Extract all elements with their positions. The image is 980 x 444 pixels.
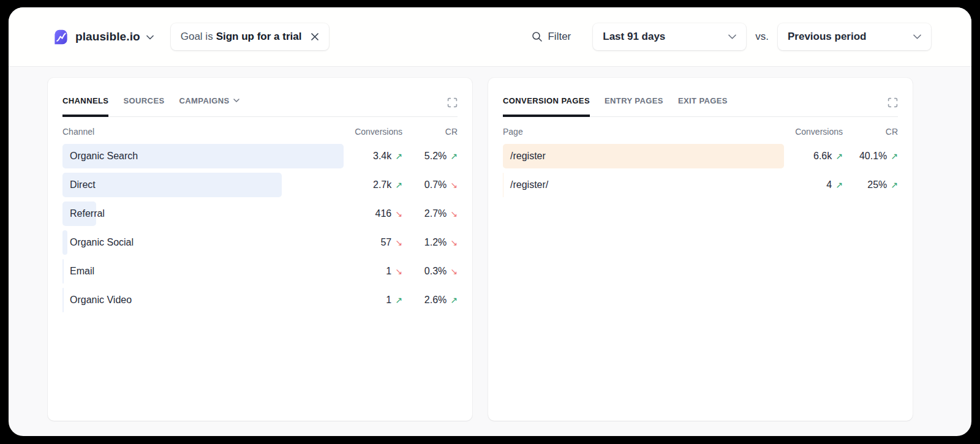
chevron-down-icon [728, 34, 736, 39]
site-picker[interactable]: plausible.io [53, 29, 154, 45]
row-cr: 0.3% [402, 266, 458, 277]
trend-arrow [395, 179, 402, 190]
trend-arrow [835, 151, 843, 162]
table-row[interactable]: Referral 416 2.7% [62, 201, 458, 226]
row-name: Referral [62, 201, 344, 226]
conversion-pages-panel: CONVERSION PAGES ENTRY PAGES EXIT PAGES … [488, 78, 913, 421]
row-name-cell: Email [62, 259, 344, 284]
row-cr: 2.7% [402, 208, 458, 219]
plausible-logo-icon [53, 29, 69, 45]
expand-icon[interactable] [888, 96, 898, 110]
goal-filter-value: Sign up for a trial [216, 31, 302, 43]
table-row[interactable]: /register 6.6k 40.1% [503, 144, 898, 168]
row-conversions: 6.6k [784, 151, 843, 162]
row-name: Organic Video [62, 288, 344, 312]
trend-arrow [395, 237, 402, 248]
row-cr: 1.2% [402, 237, 458, 248]
column-header-channel: Channel [62, 127, 344, 137]
row-name: Email [62, 259, 344, 284]
column-header-cr: CR [402, 127, 458, 137]
row-name: /register [503, 144, 784, 168]
row-conversions: 4 [784, 179, 843, 190]
topbar: plausible.io Goal is Sign up for a trial… [9, 7, 971, 67]
row-name-cell: Direct [62, 173, 344, 197]
trend-arrow [835, 179, 843, 190]
row-cr: 5.2% [402, 151, 458, 162]
vs-label: vs. [755, 31, 769, 43]
tab-exit-pages[interactable]: EXIT PAGES [678, 96, 728, 115]
tab-entry-pages[interactable]: ENTRY PAGES [605, 96, 663, 115]
channels-panel: CHANNELS SOURCES CAMPAIGNS Channel [48, 78, 472, 421]
row-name-cell: Referral [62, 201, 344, 226]
column-header-conversions: Conversions [784, 127, 843, 137]
comparison-select[interactable]: Previous period [778, 23, 931, 50]
channels-table: Organic Search 3.4k 5.2% Direct 2.7k 0.7… [62, 144, 458, 312]
row-conversions: 2.7k [344, 179, 402, 190]
row-conversions: 3.4k [344, 151, 402, 162]
row-name-cell: /register [503, 144, 784, 168]
trend-arrow [395, 266, 402, 277]
table-row[interactable]: Email 1 0.3% [62, 259, 458, 284]
table-row[interactable]: Organic Social 57 1.2% [62, 230, 458, 255]
trend-arrow [450, 295, 458, 306]
row-name-cell: Organic Video [62, 288, 344, 312]
row-name: /register/ [503, 173, 784, 197]
row-conversions: 1 [344, 295, 402, 306]
comparison-value: Previous period [788, 31, 866, 43]
row-cr: 0.7% [402, 179, 458, 190]
search-icon [532, 31, 543, 42]
row-cr: 2.6% [402, 295, 458, 306]
expand-icon[interactable] [447, 96, 458, 110]
site-name: plausible.io [75, 30, 140, 43]
row-name-cell: Organic Social [62, 230, 344, 255]
trend-arrow [450, 208, 458, 219]
tab-conversion-pages[interactable]: CONVERSION PAGES [503, 96, 590, 117]
chevron-down-icon [146, 31, 154, 42]
goal-filter-prefix: Goal is [181, 31, 213, 43]
trend-arrow [891, 179, 898, 190]
trend-arrow [450, 151, 458, 162]
row-name-cell: Organic Search [62, 144, 344, 168]
table-row[interactable]: /register/ 4 25% [503, 173, 898, 197]
row-conversions: 57 [344, 237, 402, 248]
date-range-value: Last 91 days [603, 31, 665, 43]
row-cr: 40.1% [843, 151, 898, 162]
trend-arrow [450, 237, 458, 248]
goal-filter-chip[interactable]: Goal is Sign up for a trial [171, 23, 330, 50]
column-header-page: Page [503, 127, 784, 137]
row-name: Direct [62, 173, 344, 197]
row-conversions: 416 [344, 208, 402, 219]
table-row[interactable]: Organic Video 1 2.6% [62, 288, 458, 312]
pages-column-headers: Page Conversions CR [503, 127, 898, 137]
table-row[interactable]: Direct 2.7k 0.7% [62, 173, 458, 197]
tab-campaigns-label: CAMPAIGNS [179, 96, 230, 105]
trend-arrow [395, 208, 402, 219]
channels-column-headers: Channel Conversions CR [62, 127, 458, 137]
row-name: Organic Search [62, 144, 344, 168]
trend-arrow [450, 179, 458, 190]
app-window: plausible.io Goal is Sign up for a trial… [9, 7, 971, 436]
trend-arrow [395, 151, 402, 162]
trend-arrow [891, 151, 898, 162]
channels-tabs: CHANNELS SOURCES CAMPAIGNS [62, 96, 458, 117]
filter-button[interactable]: Filter [532, 31, 571, 43]
tab-channels[interactable]: CHANNELS [62, 96, 108, 117]
close-icon[interactable] [311, 32, 319, 41]
column-header-cr: CR [843, 127, 898, 137]
filter-button-label: Filter [548, 31, 571, 43]
row-name: Organic Social [62, 230, 344, 255]
trend-arrow [395, 295, 402, 306]
tab-campaigns[interactable]: CAMPAIGNS [179, 96, 239, 115]
dashboard-body: CHANNELS SOURCES CAMPAIGNS Channel [9, 67, 971, 421]
row-cr: 25% [843, 179, 898, 190]
table-row[interactable]: Organic Search 3.4k 5.2% [62, 144, 458, 168]
date-range-select[interactable]: Last 91 days [593, 23, 746, 50]
row-conversions: 1 [344, 266, 402, 277]
pages-tabs: CONVERSION PAGES ENTRY PAGES EXIT PAGES [503, 96, 898, 117]
row-name-cell: /register/ [503, 173, 784, 197]
tab-sources[interactable]: SOURCES [123, 96, 164, 115]
chevron-down-icon [233, 99, 239, 103]
column-header-conversions: Conversions [344, 127, 402, 137]
chevron-down-icon [913, 34, 921, 39]
trend-arrow [450, 266, 458, 277]
